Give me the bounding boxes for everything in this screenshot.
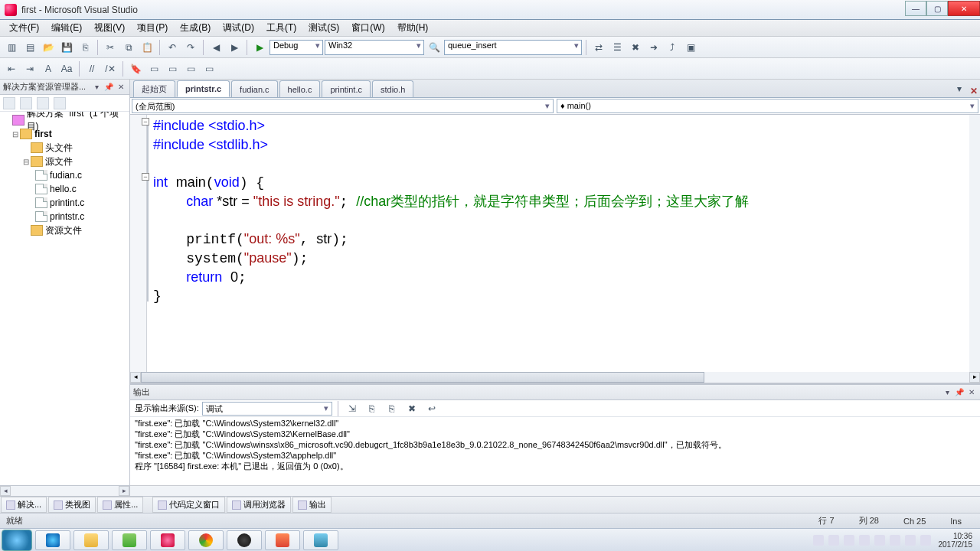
box4-icon[interactable]: ▭ (201, 60, 217, 77)
win-icon[interactable]: ▣ (682, 39, 699, 56)
tray-icon[interactable] (874, 535, 885, 546)
scroll-thumb[interactable] (141, 372, 704, 383)
cut-icon[interactable]: ✂ (102, 39, 119, 56)
dropdown-icon[interactable]: ▾ (942, 387, 952, 398)
copy-icon[interactable]: ⧉ (120, 39, 137, 56)
tree-file[interactable]: printstr.c (0, 210, 129, 223)
tooltab-callbrowser[interactable]: 调用浏览器 (227, 497, 291, 513)
scroll-right-icon[interactable]: ▸ (969, 372, 980, 383)
tab-hello[interactable]: hello.c (279, 80, 321, 97)
close-icon[interactable]: ✕ (116, 82, 126, 93)
tool-icon[interactable] (37, 97, 49, 109)
tray-icon[interactable] (828, 535, 839, 546)
tab-stdio[interactable]: stdio.h (372, 80, 413, 97)
tool-icon[interactable] (20, 97, 32, 109)
tooltab-classview[interactable]: 类视图 (48, 497, 96, 513)
platform-select[interactable]: Win32 (325, 40, 424, 55)
out-btn-icon[interactable]: ⎘ (384, 400, 400, 417)
paste-icon[interactable]: 📋 (139, 39, 155, 56)
out-wrap-icon[interactable]: ↩ (423, 400, 440, 417)
output-hscroll[interactable] (130, 485, 980, 496)
taskbar-app-chrome[interactable] (188, 530, 224, 550)
taskbar-app-notepad[interactable] (112, 530, 147, 550)
scroll-left-icon[interactable]: ◂ (130, 372, 141, 383)
menu-debug[interactable]: 调试(D) (217, 19, 260, 37)
tray-icon[interactable] (905, 535, 916, 546)
tray-icon[interactable] (859, 535, 870, 546)
output-source-select[interactable]: 调试 (202, 402, 332, 416)
out-btn-icon[interactable]: ⇲ (344, 400, 361, 417)
taskbar-app-obs[interactable] (227, 530, 262, 550)
minimize-button[interactable]: — (905, 1, 926, 16)
tab-fudian[interactable]: fudian.c (231, 80, 278, 97)
tree-file[interactable]: fudian.c (0, 168, 129, 182)
new-file-icon[interactable]: ▤ (21, 39, 38, 56)
fold-icon[interactable]: − (142, 173, 149, 181)
tooltab-properties[interactable]: 属性... (97, 497, 143, 513)
taskbar-app-vs[interactable] (150, 530, 185, 550)
close-button[interactable]: ✕ (948, 1, 980, 16)
code-text[interactable]: #include <stdio.h> #include <stdlib.h> i… (153, 116, 980, 305)
open-icon[interactable]: 📂 (40, 39, 57, 56)
new-project-icon[interactable]: ▥ (3, 39, 20, 56)
tool-icon[interactable] (3, 97, 15, 109)
menu-view[interactable]: 视图(V) (88, 19, 131, 37)
bookmark-icon[interactable]: 🔖 (127, 60, 144, 77)
taskbar-app-explorer[interactable] (74, 530, 109, 550)
out-btn-icon[interactable]: ⎘ (364, 400, 381, 417)
tab-close-icon[interactable]: ✕ (968, 85, 980, 97)
box2-icon[interactable]: ▭ (164, 60, 181, 77)
scope-right[interactable]: ♦ main() (557, 99, 978, 113)
step-icon[interactable]: ⤴ (664, 39, 681, 56)
case-icon[interactable]: Aa (58, 60, 75, 77)
menu-help[interactable]: 帮助(H) (391, 19, 435, 37)
box3-icon[interactable]: ▭ (182, 60, 199, 77)
comment-icon[interactable]: // (83, 60, 100, 77)
menu-build[interactable]: 生成(B) (174, 19, 217, 37)
tray-icon[interactable] (890, 535, 900, 546)
redo-icon[interactable]: ↷ (182, 39, 199, 56)
scope-left[interactable]: (全局范围) (132, 99, 554, 113)
undo-icon[interactable]: ↶ (164, 39, 181, 56)
tree-file[interactable]: hello.c (0, 182, 129, 196)
mark-icon[interactable]: ☰ (609, 39, 626, 56)
tab-startpage[interactable]: 起始页 (133, 80, 175, 97)
editor-vscroll[interactable] (969, 115, 980, 372)
out-clear-icon[interactable]: ✖ (403, 400, 420, 417)
indent-more-icon[interactable]: ⇥ (21, 60, 38, 77)
editor-hscroll[interactable]: ◂ ▸ (130, 372, 980, 383)
pin-icon[interactable]: 📌 (954, 387, 965, 398)
tree-headers[interactable]: 头文件 (0, 141, 129, 155)
box1-icon[interactable]: ▭ (145, 60, 162, 77)
save-icon[interactable]: 💾 (58, 39, 75, 56)
taskbar-app-misc[interactable] (303, 530, 338, 550)
save-all-icon[interactable]: ⎘ (77, 39, 93, 56)
code-editor[interactable]: − − #include <stdio.h> #include <stdlib.… (130, 115, 980, 383)
menu-window[interactable]: 窗口(W) (345, 19, 390, 37)
taskbar-app-ppt[interactable] (265, 530, 300, 550)
menu-edit[interactable]: 编辑(E) (45, 19, 88, 37)
font-icon[interactable]: A (40, 60, 57, 77)
maximize-button[interactable]: ▢ (926, 1, 948, 16)
output-text[interactable]: "first.exe": 已加载 "C:\Windows\System32\ke… (130, 417, 980, 485)
tree-resources[interactable]: 资源文件 (0, 223, 129, 237)
tray-volume-icon[interactable] (920, 535, 931, 546)
close-icon[interactable]: ✕ (966, 387, 977, 398)
tool-icon[interactable] (54, 97, 66, 109)
fold-icon[interactable]: − (142, 118, 149, 126)
tray-icon[interactable] (844, 535, 854, 546)
scroll-left-icon[interactable]: ◂ (0, 486, 11, 496)
tree-sources[interactable]: ⊟源文件 (0, 155, 129, 168)
dropdown-icon[interactable]: ▾ (91, 82, 102, 93)
tray-icon[interactable] (813, 535, 824, 546)
menu-tools[interactable]: 工具(T) (260, 19, 302, 37)
uncomment-icon[interactable]: /✕ (102, 60, 119, 77)
target-select[interactable]: queue_insert (444, 40, 582, 55)
tab-printint[interactable]: printint.c (322, 80, 371, 97)
menu-test[interactable]: 测试(S) (302, 19, 345, 37)
tab-printstr[interactable]: printstr.c (177, 80, 230, 97)
taskbar-app-ie[interactable] (35, 530, 70, 550)
tree-file[interactable]: printint.c (0, 196, 129, 210)
find-icon[interactable]: 🔍 (426, 39, 443, 56)
sync-icon[interactable]: ⇄ (590, 39, 607, 56)
